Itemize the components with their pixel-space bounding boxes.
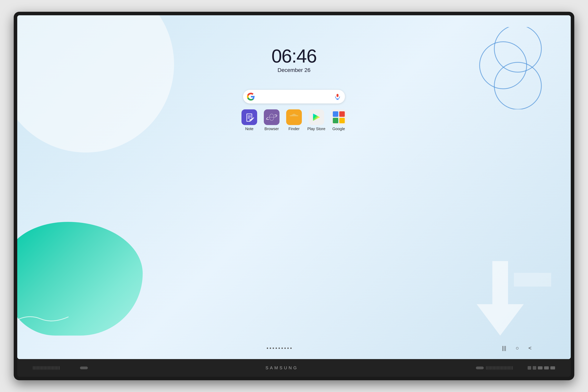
port-1 — [528, 366, 531, 370]
svg-rect-17 — [290, 115, 298, 116]
tv-frame: 06:46 December 26 — [14, 12, 574, 380]
dot-3 — [273, 348, 274, 349]
browser-label: Browser — [264, 126, 279, 131]
wallpaper-wave — [17, 312, 76, 324]
bezel-button-right[interactable] — [476, 366, 484, 369]
note-icon — [242, 109, 257, 125]
svg-point-0 — [494, 27, 541, 72]
app-browser[interactable]: Browser — [263, 109, 280, 131]
search-input[interactable] — [257, 90, 334, 104]
dot-1 — [267, 348, 268, 349]
google-apps-icon — [331, 109, 346, 125]
bottom-navigation: ||| ○ < — [17, 345, 571, 351]
finder-label: Finder — [288, 126, 300, 131]
speaker-left — [33, 365, 72, 371]
browser-icon — [264, 109, 280, 125]
port-block — [528, 366, 555, 370]
app-playstore[interactable]: Play Store — [308, 109, 325, 131]
dot-6 — [282, 348, 283, 349]
app-drawer-button[interactable] — [267, 348, 292, 349]
app-dock: Note Browser — [240, 109, 348, 131]
dot-5 — [278, 348, 280, 349]
home-button[interactable]: ○ — [516, 345, 519, 351]
app-note[interactable]: Note — [240, 109, 258, 131]
google-label: Google — [332, 126, 345, 131]
google-g-icon — [247, 93, 255, 100]
tv-screen: 06:46 December 26 — [17, 15, 571, 359]
clock-area: 06:46 December 26 — [272, 47, 316, 73]
microphone-icon[interactable] — [334, 93, 341, 100]
playstore-label: Play Store — [307, 126, 325, 131]
back-button[interactable]: < — [528, 345, 532, 351]
port-usb — [538, 366, 542, 370]
recents-button[interactable]: ||| — [502, 345, 506, 351]
port-usb-3 — [550, 366, 555, 370]
port-2 — [533, 366, 536, 370]
tv-bezel: SAMSUNG — [17, 359, 571, 377]
bezel-button-left[interactable] — [80, 366, 88, 369]
app-finder[interactable]: Finder — [285, 109, 303, 131]
bezel-right — [476, 365, 555, 371]
svg-point-1 — [480, 42, 527, 89]
brand-label: SAMSUNG — [266, 365, 298, 370]
port-usb-2 — [544, 366, 549, 370]
bezel-left — [33, 365, 88, 371]
svg-marker-4 — [514, 273, 551, 286]
speaker-right — [486, 365, 525, 371]
app-google[interactable]: Google — [330, 109, 348, 131]
dot-9 — [290, 348, 292, 349]
wallpaper-circles — [473, 27, 547, 109]
playstore-icon — [308, 109, 324, 125]
google-search-bar[interactable] — [243, 90, 345, 104]
svg-marker-3 — [477, 261, 524, 336]
note-label: Note — [245, 126, 254, 131]
clock-time: 06:46 — [272, 47, 316, 66]
svg-rect-5 — [336, 94, 338, 97]
app-drawer-area — [56, 348, 502, 349]
wallpaper-arrow — [453, 261, 551, 340]
finder-icon — [286, 109, 302, 125]
system-nav-buttons: ||| ○ < — [502, 345, 532, 351]
dot-2 — [270, 348, 271, 349]
svg-point-2 — [494, 62, 541, 109]
dot-4 — [276, 348, 277, 349]
dot-7 — [284, 348, 286, 349]
dot-8 — [287, 348, 289, 349]
clock-date: December 26 — [272, 67, 316, 73]
